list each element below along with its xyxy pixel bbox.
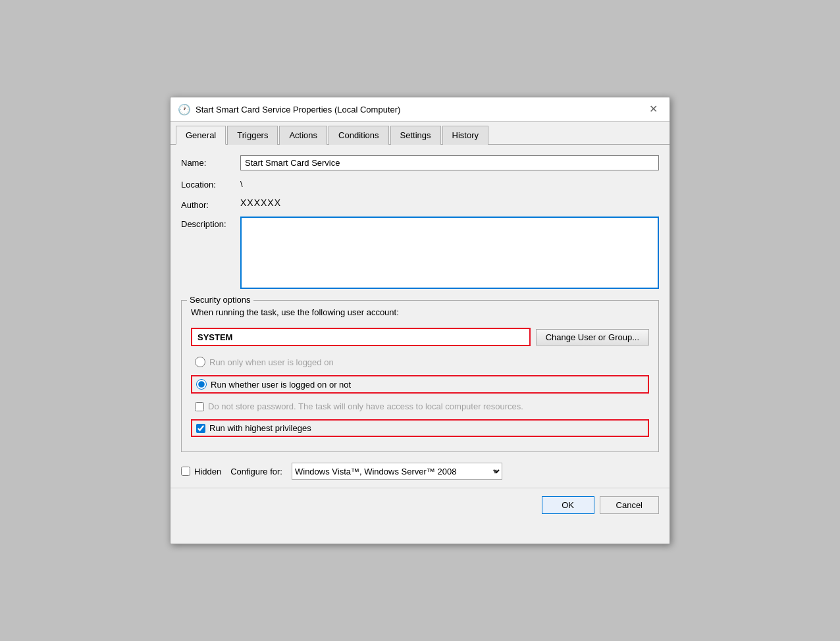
radio-logged-on-or-not[interactable] xyxy=(196,379,207,390)
tab-general[interactable]: General xyxy=(176,126,226,145)
change-user-button[interactable]: Change User or Group... xyxy=(536,329,649,346)
hidden-check-row: Hidden xyxy=(181,467,221,476)
user-account-row: SYSTEM Change User or Group... xyxy=(191,328,649,346)
checkbox-no-store-row: Do not store password. The task will onl… xyxy=(191,399,649,414)
tab-conditions[interactable]: Conditions xyxy=(328,126,388,145)
location-value: \ xyxy=(240,177,659,191)
description-label: Description: xyxy=(181,217,240,229)
configure-select[interactable]: Windows Vista™, Windows Server™ 2008 Win… xyxy=(292,463,502,480)
cancel-button[interactable]: Cancel xyxy=(600,496,659,514)
dialog-title: Start Smart Card Service Properties (Loc… xyxy=(196,105,400,115)
tab-history[interactable]: History xyxy=(442,126,488,145)
dialog-window: 🕐 Start Smart Card Service Properties (L… xyxy=(170,97,670,544)
tab-bar: General Triggers Actions Conditions Sett… xyxy=(171,122,669,145)
bottom-row: Hidden Configure for: Windows Vista™, Wi… xyxy=(181,463,659,480)
radio-logged-on-or-not-row: Run whether user is logged on or not xyxy=(191,375,649,394)
author-row: Author: XXXXXX xyxy=(181,197,659,210)
main-content: Name: Location: \ Author: XXXXXX Descrip… xyxy=(171,145,669,488)
security-group: Security options When running the task, … xyxy=(181,300,659,452)
dialog-footer: OK Cancel xyxy=(171,488,669,522)
name-input[interactable] xyxy=(240,155,659,170)
radio-logged-on-or-not-label: Run whether user is logged on or not xyxy=(211,380,351,390)
description-row: Description: xyxy=(181,217,659,291)
name-value xyxy=(240,155,659,170)
checkbox-no-store[interactable] xyxy=(195,402,204,411)
title-bar: 🕐 Start Smart Card Service Properties (L… xyxy=(171,97,669,122)
hidden-checkbox[interactable] xyxy=(181,467,190,476)
location-text: \ xyxy=(240,177,659,191)
tab-triggers[interactable]: Triggers xyxy=(227,126,278,145)
location-label: Location: xyxy=(181,177,240,190)
security-group-title: Security options xyxy=(187,295,253,305)
ok-button[interactable]: OK xyxy=(542,496,594,514)
user-account-box: SYSTEM xyxy=(191,328,531,346)
radio-logged-on-label: Run only when user is logged on xyxy=(209,357,334,367)
title-bar-left: 🕐 Start Smart Card Service Properties (L… xyxy=(178,103,400,115)
description-value xyxy=(240,217,659,291)
configure-select-wrapper: Windows Vista™, Windows Server™ 2008 Win… xyxy=(292,463,502,480)
author-label: Author: xyxy=(181,197,240,210)
hidden-label: Hidden xyxy=(194,467,221,476)
radio-logged-on[interactable] xyxy=(195,357,205,367)
tab-actions[interactable]: Actions xyxy=(279,126,327,145)
checkbox-highest-row: Run with highest privileges xyxy=(191,419,649,437)
user-account-label: When running the task, use the following… xyxy=(191,307,649,317)
author-text: XXXXXX xyxy=(240,197,659,208)
tab-settings[interactable]: Settings xyxy=(390,126,441,145)
checkbox-highest-privileges[interactable] xyxy=(196,424,205,433)
radio-logged-on-row: Run only when user is logged on xyxy=(191,354,649,370)
description-input[interactable] xyxy=(240,217,659,289)
checkbox-highest-label: Run with highest privileges xyxy=(209,423,311,433)
clock-icon: 🕐 xyxy=(178,103,190,115)
name-row: Name: xyxy=(181,155,659,170)
name-label: Name: xyxy=(181,155,240,168)
location-row: Location: \ xyxy=(181,177,659,191)
author-value: XXXXXX xyxy=(240,197,659,208)
user-account-value: SYSTEM xyxy=(197,332,232,342)
configure-label: Configure for: xyxy=(230,467,282,476)
checkbox-no-store-label: Do not store password. The task will onl… xyxy=(208,401,523,411)
close-button[interactable]: ✕ xyxy=(645,103,662,116)
